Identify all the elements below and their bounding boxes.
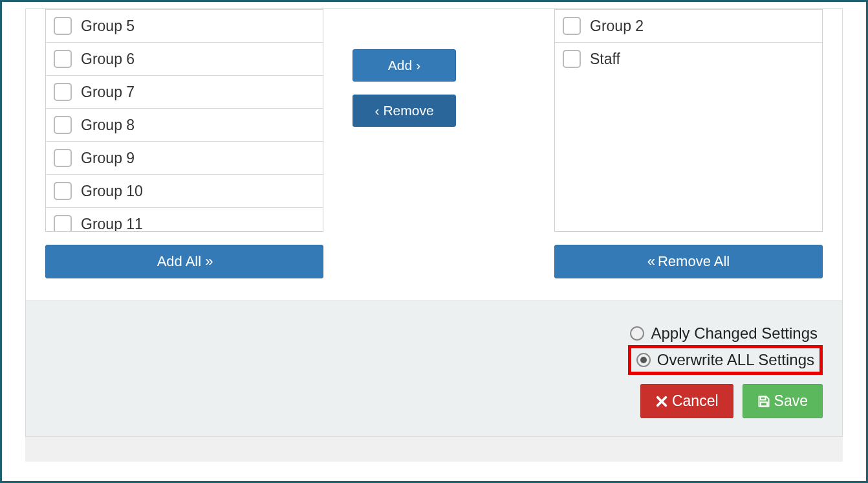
add-button[interactable]: Add › (353, 49, 456, 82)
chevron-left-icon: ‹ (374, 103, 379, 118)
remove-button[interactable]: ‹ Remove (353, 95, 456, 127)
checkbox-icon[interactable] (54, 182, 72, 200)
list-item-label: Group 8 (81, 117, 135, 134)
apply-changed-label: Apply Changed Settings (651, 324, 818, 343)
list-item[interactable]: Group 6 (46, 43, 323, 76)
save-icon (757, 395, 770, 408)
list-item[interactable]: Group 11 (46, 208, 323, 232)
save-label: Save (774, 392, 808, 410)
svg-rect-0 (761, 396, 766, 399)
double-chevron-left-icon: « (647, 253, 654, 270)
cancel-button[interactable]: Cancel (640, 384, 733, 418)
footer-bar: Apply Changed Settings Overwrite ALL Set… (26, 300, 842, 436)
add-label: Add (388, 58, 412, 73)
selected-column: Group 2Staff « Remove All (554, 9, 823, 278)
checkbox-icon[interactable] (54, 50, 72, 68)
list-item[interactable]: Staff (555, 43, 822, 75)
available-listbox[interactable]: Group 5Group 6Group 7Group 8Group 9Group… (45, 9, 323, 232)
checkbox-icon[interactable] (54, 215, 72, 232)
list-item-label: Group 10 (81, 183, 143, 200)
list-item[interactable]: Group 10 (46, 175, 323, 208)
checkbox-icon[interactable] (54, 17, 72, 35)
overwrite-all-label: Overwrite ALL Settings (657, 351, 814, 369)
double-chevron-right-icon: » (205, 253, 212, 270)
save-button[interactable]: Save (743, 384, 823, 418)
list-item[interactable]: Group 5 (46, 10, 323, 43)
close-icon (655, 395, 668, 408)
radio-icon (636, 353, 651, 367)
list-item[interactable]: Group 2 (555, 10, 822, 43)
cancel-label: Cancel (672, 392, 719, 410)
transfer-buttons-column: Add › ‹ Remove (323, 9, 485, 140)
apply-changed-radio[interactable]: Apply Changed Settings (625, 322, 823, 345)
checkbox-icon[interactable] (54, 149, 72, 167)
dual-list-area: Group 5Group 6Group 7Group 8Group 9Group… (26, 9, 842, 278)
add-all-button[interactable]: Add All » (45, 245, 323, 278)
action-row: Cancel Save (640, 384, 823, 418)
remove-all-button[interactable]: « Remove All (554, 245, 823, 278)
checkbox-icon[interactable] (54, 83, 72, 101)
list-item[interactable]: Group 7 (46, 76, 323, 109)
checkbox-icon[interactable] (563, 17, 581, 35)
inner-panel: Group 5Group 6Group 7Group 8Group 9Group… (25, 8, 843, 437)
overwrite-all-radio[interactable]: Overwrite ALL Settings (628, 345, 823, 375)
available-column: Group 5Group 6Group 7Group 8Group 9Group… (45, 9, 323, 278)
list-item-label: Group 11 (81, 216, 143, 232)
checkbox-icon[interactable] (563, 50, 581, 68)
list-item[interactable]: Group 9 (46, 142, 323, 175)
list-item-label: Staff (590, 51, 620, 68)
svg-rect-1 (761, 402, 767, 406)
list-item-label: Group 7 (81, 84, 135, 101)
list-item-label: Group 5 (81, 17, 135, 35)
list-item-label: Group 6 (81, 51, 135, 68)
add-all-label: Add All (157, 253, 202, 270)
radio-dot (634, 330, 640, 337)
selected-listbox[interactable]: Group 2Staff (554, 9, 823, 232)
outer-panel: Group 5Group 6Group 7Group 8Group 9Group… (25, 8, 843, 462)
remove-label: Remove (383, 103, 433, 118)
checkbox-icon[interactable] (54, 116, 72, 134)
window-frame: Group 5Group 6Group 7Group 8Group 9Group… (0, 0, 868, 483)
remove-all-label: Remove All (658, 253, 730, 270)
list-item-label: Group 9 (81, 150, 135, 167)
list-item-label: Group 2 (590, 17, 644, 35)
list-item[interactable]: Group 8 (46, 109, 323, 142)
chevron-right-icon: › (416, 58, 420, 73)
radio-dot-selected (640, 357, 647, 363)
radio-icon (630, 326, 644, 341)
